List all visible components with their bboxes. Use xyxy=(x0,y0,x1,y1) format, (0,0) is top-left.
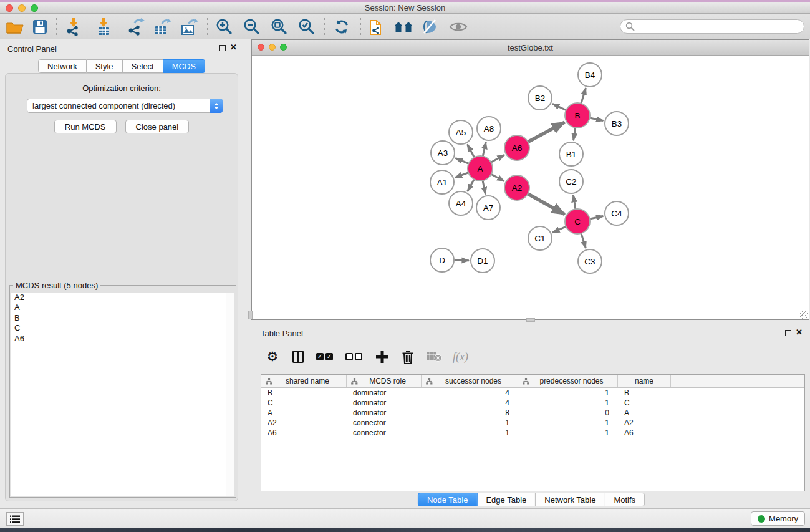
table-row[interactable]: A2connector11A2 xyxy=(261,418,804,428)
add-column-icon[interactable] xyxy=(375,347,390,366)
import-table-icon[interactable] xyxy=(92,16,115,37)
close-panel-button[interactable]: Close panel xyxy=(125,120,190,133)
graph-node-C1[interactable]: C1 xyxy=(528,226,552,251)
network-zoom-icon[interactable] xyxy=(280,44,287,51)
zoom-selected-icon[interactable] xyxy=(296,16,318,37)
table-panel: Table Panel ✕ ⚙ ✓✓ f(x) sha xyxy=(253,324,810,507)
graph-node-A2[interactable]: A2 xyxy=(504,175,530,201)
control-panel-tabs: NetworkStyleSelectMCDS xyxy=(38,59,205,73)
cell: A6 xyxy=(261,428,347,437)
graph-node-A6[interactable]: A6 xyxy=(504,135,530,161)
task-history-button[interactable] xyxy=(6,512,24,526)
graph-node-C4[interactable]: C4 xyxy=(604,201,629,226)
criterion-stepper-icon[interactable] xyxy=(210,99,223,113)
result-item-a[interactable]: A xyxy=(11,302,234,312)
delete-column-icon[interactable] xyxy=(400,347,415,366)
result-item-a2[interactable]: A2 xyxy=(11,293,234,302)
table-panel-title: Table Panel xyxy=(261,329,303,338)
mcds-result-list[interactable]: A2ABCA6 xyxy=(11,293,234,496)
graph-node-D1[interactable]: D1 xyxy=(470,248,495,273)
main-titlebar[interactable]: Session: New Session xyxy=(0,2,810,14)
show-graphics-details-icon[interactable] xyxy=(419,16,441,37)
graph-node-A[interactable]: A xyxy=(467,155,493,181)
hide-panel-eye-icon[interactable] xyxy=(447,16,470,37)
home-layout-icon[interactable] xyxy=(392,16,415,37)
result-item-a6[interactable]: A6 xyxy=(11,334,234,344)
graph-node-C3[interactable]: C3 xyxy=(577,249,602,274)
network-close-icon[interactable] xyxy=(258,44,264,51)
table-row[interactable]: Adominator80A xyxy=(261,408,804,418)
export-network-icon[interactable] xyxy=(125,16,147,37)
graph-node-A5[interactable]: A5 xyxy=(448,120,473,145)
function-builder-icon[interactable]: f(x) xyxy=(453,347,468,366)
tab-node-table[interactable]: Node Table xyxy=(418,493,478,506)
result-item-c[interactable]: C xyxy=(11,323,234,333)
control-panel-float-icon[interactable] xyxy=(219,45,226,51)
graph-node-A7[interactable]: A7 xyxy=(476,195,501,220)
graph-node-A3[interactable]: A3 xyxy=(430,140,455,165)
table-row[interactable]: Bdominator41B xyxy=(261,388,804,398)
export-table-icon[interactable] xyxy=(152,16,174,37)
search-input[interactable] xyxy=(620,19,804,34)
control-panel-close-icon[interactable]: ✕ xyxy=(230,42,237,52)
graph-node-B4[interactable]: B4 xyxy=(577,62,602,87)
column-header-MCDS-role[interactable]: MCDS role xyxy=(347,375,422,387)
zoom-out-icon[interactable] xyxy=(241,16,263,37)
save-session-icon[interactable] xyxy=(29,16,51,37)
network-vertical-scrollbar[interactable] xyxy=(248,311,253,319)
table-row[interactable]: A6connector11A6 xyxy=(261,428,804,438)
table-toolbar: ⚙ ✓✓ f(x) xyxy=(261,344,805,369)
graph-node-A8[interactable]: A8 xyxy=(476,116,501,141)
table-row[interactable]: Cdominator41C xyxy=(261,398,804,408)
import-network-icon[interactable] xyxy=(62,16,85,37)
result-item-b[interactable]: B xyxy=(11,313,234,323)
network-horizontal-scrollbar[interactable] xyxy=(526,318,535,322)
column-header-predecessor-nodes[interactable]: predecessor nodes xyxy=(518,375,618,387)
column-header-shared-name[interactable]: shared name xyxy=(261,375,347,387)
tab-network[interactable]: Network xyxy=(38,59,87,73)
tab-motifs[interactable]: Motifs xyxy=(605,493,645,506)
tab-mcds[interactable]: MCDS xyxy=(163,59,205,73)
open-session-icon[interactable] xyxy=(4,16,26,37)
cell: A2 xyxy=(618,418,671,427)
zoom-window-icon[interactable] xyxy=(31,4,38,12)
refresh-icon[interactable] xyxy=(330,16,353,37)
deselect-all-checkboxes-icon[interactable] xyxy=(345,347,364,366)
delete-table-icon[interactable] xyxy=(426,347,442,366)
graph-node-B1[interactable]: B1 xyxy=(559,142,584,167)
network-from-selection-icon[interactable] xyxy=(365,16,388,37)
graph-node-B[interactable]: B xyxy=(564,102,591,128)
memory-button[interactable]: Memory xyxy=(751,511,805,526)
graph-node-B2[interactable]: B2 xyxy=(528,85,552,110)
minimize-window-icon[interactable] xyxy=(18,4,26,12)
tab-style[interactable]: Style xyxy=(87,59,123,73)
table-panel-float-icon[interactable] xyxy=(785,330,791,336)
graph-node-D[interactable]: D xyxy=(430,248,455,273)
graph-node-A4[interactable]: A4 xyxy=(448,191,473,216)
column-layout-icon[interactable] xyxy=(291,347,306,366)
tab-network-table[interactable]: Network Table xyxy=(536,493,605,506)
run-mcds-button[interactable]: Run MCDS xyxy=(54,120,117,133)
mcds-result-title: MCDS result (5 nodes) xyxy=(13,281,100,290)
tab-edge-table[interactable]: Edge Table xyxy=(477,493,536,506)
zoom-in-icon[interactable] xyxy=(213,16,236,37)
network-minimize-icon[interactable] xyxy=(269,44,276,51)
column-header-successor-nodes[interactable]: successor nodes xyxy=(422,375,518,387)
network-window-titlebar[interactable]: testGlobe.txt xyxy=(252,40,809,56)
network-canvas[interactable]: B4B2BB3A5A8A6A3B1AA1C2A2A4A7C4CC1DD1C3 xyxy=(252,56,809,319)
select-all-checkboxes-icon[interactable]: ✓✓ xyxy=(316,347,335,366)
tab-select[interactable]: Select xyxy=(123,59,163,73)
export-image-icon[interactable] xyxy=(178,16,201,37)
graph-node-C[interactable]: C xyxy=(564,208,591,235)
graph-node-A1[interactable]: A1 xyxy=(430,170,455,195)
close-window-icon[interactable] xyxy=(6,4,13,12)
graph-node-B3[interactable]: B3 xyxy=(604,111,629,136)
table-panel-close-icon[interactable]: ✕ xyxy=(796,327,803,337)
zoom-fit-icon[interactable] xyxy=(268,16,291,37)
network-resize-grip-icon[interactable] xyxy=(800,311,808,319)
result-list-scrollbar[interactable] xyxy=(226,293,234,496)
settings-gear-icon[interactable]: ⚙ xyxy=(265,347,280,366)
graph-node-C2[interactable]: C2 xyxy=(559,169,584,194)
column-header-name[interactable]: name xyxy=(618,375,671,387)
criterion-select[interactable]: largest connected component (directed) xyxy=(27,99,223,113)
